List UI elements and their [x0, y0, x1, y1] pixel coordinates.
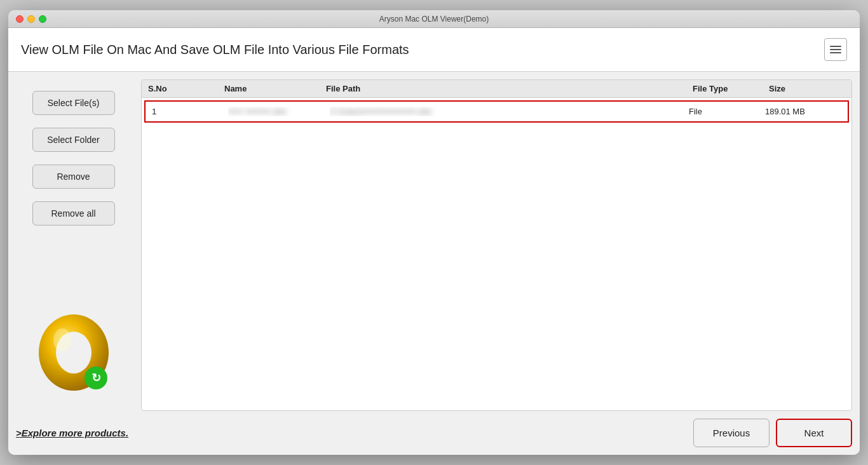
menu-line-2 — [830, 49, 841, 50]
col-name: Name — [224, 84, 326, 93]
maximize-button[interactable] — [39, 15, 46, 23]
menu-line-1 — [830, 46, 841, 47]
remove-all-button[interactable]: Remove all — [32, 201, 115, 226]
col-filepath: File Path — [326, 84, 693, 93]
table-row[interactable]: 1 ••••• •••••••••.olm C:\Users\•••••••••… — [144, 100, 849, 123]
app-logo: ↻ — [29, 309, 118, 398]
cell-size: 189.01 MB — [765, 107, 841, 116]
select-files-button[interactable]: Select File(s) — [32, 91, 115, 115]
next-button[interactable]: Next — [776, 419, 852, 447]
table-body: 1 ••••• •••••••••.olm C:\Users\•••••••••… — [142, 98, 851, 408]
menu-button[interactable] — [824, 38, 847, 61]
footer-buttons: Previous Next — [693, 419, 852, 447]
cell-filetype: File — [689, 107, 765, 116]
close-button[interactable] — [16, 15, 24, 23]
sidebar: Select File(s) Select Folder Remove Remo… — [8, 72, 139, 411]
table-header: S.No Name File Path File Type Size — [142, 80, 851, 98]
header-bar: View OLM File On Mac And Save OLM File I… — [8, 28, 860, 72]
explore-link[interactable]: >Explore more products. — [16, 428, 128, 438]
footer-area: >Explore more products. Previous Next — [8, 411, 860, 455]
cell-name: ••••• •••••••••.olm — [228, 107, 330, 116]
cell-filepath: C:\Users\••••••••••••••••••.olm — [330, 107, 689, 116]
previous-button[interactable]: Previous — [693, 419, 770, 447]
col-filetype: File Type — [693, 84, 769, 93]
file-table: S.No Name File Path File Type Size 1 •••… — [141, 79, 852, 411]
content-area: S.No Name File Path File Type Size 1 •••… — [139, 72, 860, 411]
page-title: View OLM File On Mac And Save OLM File I… — [21, 43, 409, 57]
svg-point-2 — [53, 328, 71, 351]
minimize-button[interactable] — [27, 15, 35, 23]
app-window: Aryson Mac OLM Viewer(Demo) View OLM Fil… — [8, 10, 860, 455]
main-content: Select File(s) Select Folder Remove Remo… — [8, 72, 860, 411]
col-size: Size — [769, 84, 845, 93]
title-bar: Aryson Mac OLM Viewer(Demo) — [8, 10, 860, 28]
traffic-lights — [16, 15, 46, 23]
menu-line-3 — [830, 52, 841, 53]
remove-button[interactable]: Remove — [32, 165, 115, 189]
logo-area: ↻ — [29, 309, 118, 398]
select-folder-button[interactable]: Select Folder — [32, 128, 115, 152]
cell-sno: 1 — [152, 107, 228, 116]
window-title: Aryson Mac OLM Viewer(Demo) — [379, 15, 489, 24]
svg-text:↻: ↻ — [91, 372, 100, 384]
col-sno: S.No — [148, 84, 224, 93]
